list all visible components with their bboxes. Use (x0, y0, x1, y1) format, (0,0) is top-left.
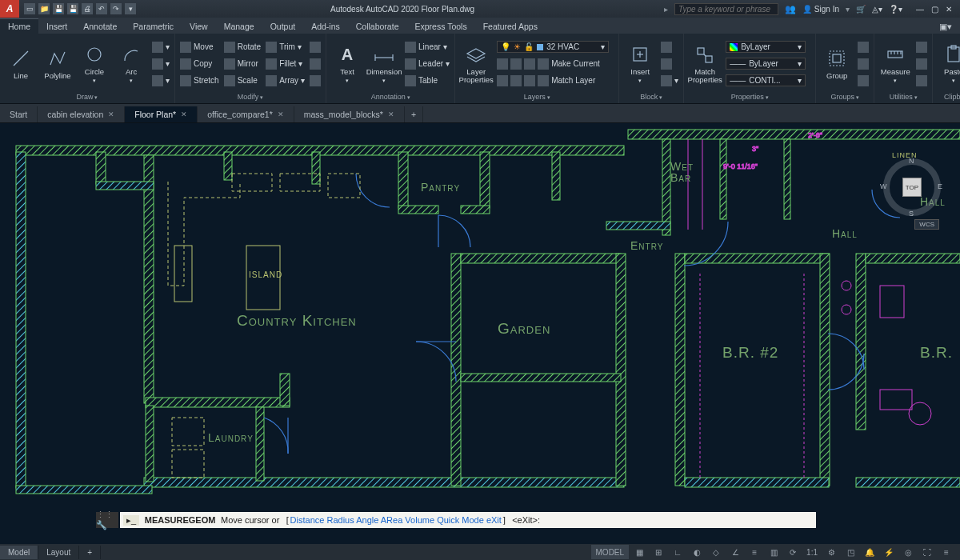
qat-undo-icon[interactable]: ↶ (96, 3, 107, 14)
draw-extra2[interactable]: ▾ (150, 56, 171, 72)
ribbon-tab-home[interactable]: Home (0, 18, 38, 34)
workspace-icon[interactable]: ◳ (842, 545, 859, 559)
ungroup[interactable] (856, 39, 870, 55)
modify-extra2[interactable] (308, 56, 322, 72)
osnap-toggle-icon[interactable]: ◇ (707, 545, 725, 559)
layer-selector[interactable]: 💡☀🔓32 HVAC▾ (497, 41, 609, 53)
ortho-toggle-icon[interactable]: ∟ (669, 545, 686, 559)
app-icon[interactable]: ◬▾ (872, 5, 882, 14)
layout-tab-model[interactable]: Model (0, 546, 38, 559)
fillet-button[interactable]: Fillet ▾ (264, 56, 306, 72)
ribbon-tab-manage[interactable]: Manage (216, 19, 262, 34)
lineweight-selector[interactable]: —— ByLayer▾ (726, 58, 806, 70)
block-attr[interactable]: ▾ (659, 73, 680, 89)
new-tab-button[interactable]: + (405, 106, 423, 122)
close-button[interactable]: ✕ (942, 3, 955, 14)
mirror-button[interactable]: Mirror (222, 56, 262, 72)
modify-extra1[interactable] (308, 39, 322, 55)
gear-icon[interactable]: ⚙ (822, 545, 840, 559)
qat-redo-icon[interactable]: ↷ (110, 3, 122, 14)
match-properties-button[interactable]: Match Properties (687, 38, 722, 90)
circle-button[interactable]: Circle▾ (77, 38, 112, 90)
qat-open-icon[interactable]: 📁 (38, 3, 50, 14)
customize-icon[interactable]: ≡ (938, 545, 955, 559)
file-tab[interactable]: office_compare1*✕ (198, 106, 294, 122)
drawing-canvas[interactable]: 2'-6" 3" 9'-0 11/16" Pantry Country Kitc… (0, 123, 960, 544)
command-line[interactable]: ▸_ MEASUREGEOM Move cursor or [Distance … (120, 512, 816, 528)
stretch-button[interactable]: Stretch (178, 73, 221, 89)
ribbon-tab-add-ins[interactable]: Add-ins (303, 19, 348, 34)
table-button[interactable]: Table (403, 73, 451, 89)
hardware-accel-icon[interactable]: ⚡ (880, 545, 898, 559)
app-logo[interactable]: A (0, 0, 19, 18)
anno-monitor-icon[interactable]: 🔔 (861, 545, 878, 559)
grid-toggle-icon[interactable]: ▦ (630, 545, 648, 559)
insert-button[interactable]: Insert▾ (622, 38, 658, 90)
block-edit[interactable] (659, 56, 680, 72)
util3[interactable] (914, 73, 929, 89)
signin-button[interactable]: 👤 Sign In (802, 5, 839, 14)
layer-properties-button[interactable]: Layer Properties (458, 38, 494, 90)
text-button[interactable]: AText▾ (330, 38, 365, 90)
add-layout-button[interactable]: + (79, 546, 101, 559)
paste-button[interactable]: Paste▾ (936, 38, 960, 90)
linear-button[interactable]: Linear ▾ (403, 39, 451, 55)
polar-toggle-icon[interactable]: ◐ (688, 545, 706, 559)
qat-new-icon[interactable]: ▭ (24, 3, 35, 14)
isolate-icon[interactable]: ◎ (899, 545, 917, 559)
match-layer-button[interactable]: Match Layer (495, 73, 615, 89)
measure-button[interactable]: Measure▾ (878, 38, 913, 90)
group-edit[interactable] (856, 56, 870, 72)
leader-button[interactable]: Leader ▾ (403, 56, 451, 72)
dimension-button[interactable]: Dimension▾ (366, 38, 402, 90)
group-bbox[interactable] (856, 73, 870, 89)
file-tab[interactable]: Floor Plan*✕ (125, 106, 198, 122)
maximize-button[interactable]: ▢ (928, 3, 941, 14)
ribbon-tab-parametric[interactable]: Parametric (125, 19, 182, 34)
make-current-button[interactable]: Make Current (495, 56, 615, 72)
qat-save-icon[interactable]: 💾 (53, 3, 64, 14)
ribbon-tab-view[interactable]: View (182, 19, 216, 34)
util2[interactable] (914, 56, 929, 72)
close-tab-icon[interactable]: ✕ (278, 110, 284, 118)
cleanscreen-icon[interactable]: ⛶ (918, 545, 936, 559)
scale-button[interactable]: Scale (222, 73, 262, 89)
modify-extra3[interactable] (308, 73, 322, 89)
draw-extra3[interactable]: ▾ (150, 73, 171, 89)
block-create[interactable] (659, 39, 680, 55)
array-button[interactable]: Array ▾ (264, 73, 306, 89)
polyline-button[interactable]: Polyline (40, 38, 75, 90)
close-tab-icon[interactable]: ✕ (388, 110, 394, 118)
ribbon-tab-express-tools[interactable]: Express Tools (406, 19, 474, 34)
ribbon-tab-output[interactable]: Output (262, 19, 304, 34)
exchange-icon[interactable]: 🛒 (856, 5, 866, 14)
linetype-selector[interactable]: —— CONTI...▾ (726, 74, 806, 86)
floorplan-svg[interactable]: 2'-6" 3" 9'-0 11/16" Pantry Country Kitc… (0, 123, 960, 544)
otrack-toggle-icon[interactable]: ∠ (726, 545, 744, 559)
rotate-button[interactable]: Rotate (222, 39, 262, 55)
viewcube[interactable]: TOP N E S W (888, 163, 936, 211)
qat-plot-icon[interactable]: 🖨 (82, 3, 93, 14)
ribbon-tab-featured-apps[interactable]: Featured Apps (475, 19, 546, 34)
help-icon[interactable]: ❔▾ (889, 5, 902, 14)
ribbon-tab-insert[interactable]: Insert (38, 19, 75, 34)
minimize-button[interactable]: — (914, 3, 926, 14)
file-tab[interactable]: mass_model_blocks*✕ (294, 106, 405, 122)
line-button[interactable]: Line (3, 38, 38, 90)
move-button[interactable]: Move (178, 39, 221, 55)
anno-scale[interactable]: 1:1 (803, 545, 821, 559)
transparency-icon[interactable]: ▥ (765, 545, 782, 559)
file-tab[interactable]: Start (0, 106, 38, 122)
modelspace-toggle[interactable]: MODEL (591, 545, 630, 559)
qat-dropdown-icon[interactable]: ▾ (125, 3, 136, 14)
ribbon-tab-annotate[interactable]: Annotate (75, 19, 125, 34)
qat-saveas-icon[interactable]: 💾 (67, 3, 78, 14)
copy-button[interactable]: Copy (178, 56, 221, 72)
snap-toggle-icon[interactable]: ⊞ (650, 545, 667, 559)
close-tab-icon[interactable]: ✕ (181, 110, 187, 118)
group-button[interactable]: Group (819, 38, 854, 90)
cycling-icon[interactable]: ⟳ (784, 545, 802, 559)
ribbon-collapse-icon[interactable]: ▣▾ (931, 19, 960, 34)
ribbon-tab-collaborate[interactable]: Collaborate (348, 19, 407, 34)
util1[interactable] (914, 39, 929, 55)
